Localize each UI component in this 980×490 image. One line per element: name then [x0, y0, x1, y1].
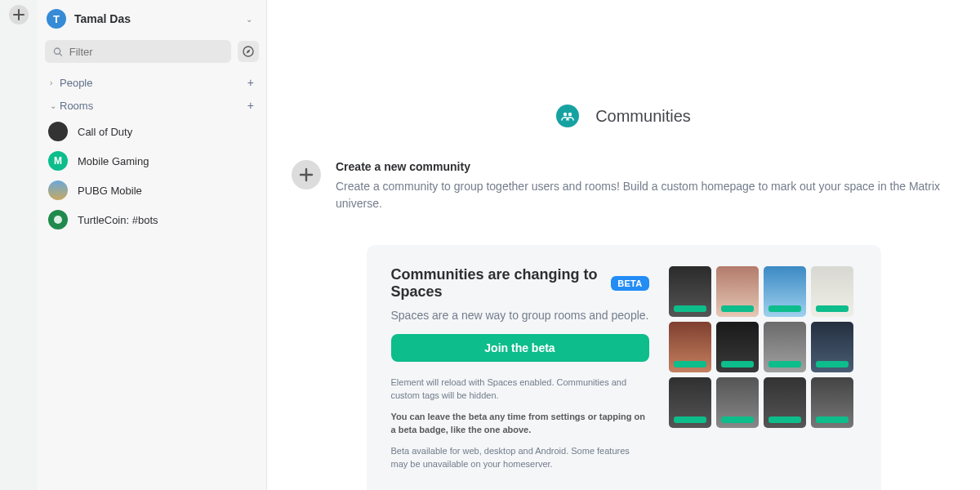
page-title: Communities [595, 107, 691, 126]
svg-point-2 [54, 216, 62, 224]
room-item[interactable]: Call of Duty [45, 117, 259, 146]
svg-point-4 [568, 113, 572, 116]
illustration-tile [669, 322, 711, 372]
illustration-tile [764, 377, 806, 428]
sidebar: T Tamal Das ⌄ › People + ⌄ Rooms + Call … [38, 0, 267, 490]
profile-name: Tamal Das [74, 12, 238, 25]
illustration-tile [811, 322, 853, 372]
svg-point-3 [564, 113, 567, 116]
create-space-button[interactable] [9, 5, 29, 24]
promo-note: You can leave the beta any time from set… [391, 411, 649, 437]
create-title: Create a new community [336, 160, 956, 173]
promo-text: Communities are changing to Spaces BETA … [391, 266, 649, 479]
search-icon [53, 47, 63, 57]
plus-icon [13, 9, 24, 20]
spaces-promo-card: Communities are changing to Spaces BETA … [367, 245, 881, 490]
chevron-right-icon: › [50, 78, 60, 87]
left-rail [0, 0, 38, 490]
illustration-tile [669, 377, 711, 428]
room-name: Mobile Gaming [78, 155, 149, 167]
illustration-tile [669, 266, 711, 317]
room-item[interactable]: TurtleCoin: #bots [45, 205, 259, 234]
create-desc: Create a community to group together use… [336, 178, 956, 212]
room-item[interactable]: M Mobile Gaming [45, 146, 259, 176]
group-icon [560, 109, 575, 123]
promo-note: Beta available for web, desktop and Andr… [391, 445, 649, 471]
room-avatar [48, 122, 68, 141]
create-community-button[interactable] [292, 160, 321, 189]
room-avatar: M [48, 151, 68, 171]
room-name: TurtleCoin: #bots [78, 214, 158, 226]
create-community-text: Create a new community Create a communit… [336, 160, 956, 212]
filter-input[interactable] [69, 46, 223, 58]
illustration-tile [716, 322, 759, 372]
promo-title: Communities are changing to Spaces [391, 266, 602, 301]
profile-menu[interactable]: T Tamal Das ⌄ [45, 6, 259, 35]
join-beta-button[interactable]: Join the beta [391, 334, 649, 362]
illustration-tile [811, 377, 853, 428]
create-community-row: Create a new community Create a communit… [292, 160, 956, 212]
room-avatar [48, 180, 68, 200]
room-name: PUBG Mobile [78, 185, 142, 197]
communities-icon [556, 105, 579, 127]
promo-subtitle: Spaces are a new way to group rooms and … [391, 309, 649, 322]
avatar: T [47, 9, 66, 29]
promo-illustration [669, 266, 857, 479]
compass-icon [243, 46, 254, 57]
chevron-down-icon: ⌄ [50, 101, 60, 110]
people-label: People [60, 77, 92, 89]
room-name: Call of Duty [78, 126, 132, 138]
illustration-tile [716, 377, 759, 428]
main-content: Communities Create a new community Creat… [267, 0, 980, 490]
chevron-down-icon: ⌄ [246, 15, 252, 24]
beta-badge[interactable]: BETA [611, 276, 648, 291]
room-item[interactable]: PUBG Mobile [45, 176, 259, 205]
people-section-header[interactable]: › People + [45, 71, 259, 94]
filter-row [45, 40, 259, 63]
illustration-tile [764, 266, 806, 317]
explore-button[interactable] [238, 41, 259, 62]
plus-icon [299, 167, 314, 182]
add-people-button[interactable]: + [247, 76, 254, 89]
illustration-tile [716, 266, 759, 317]
page-header: Communities [292, 105, 956, 127]
rooms-section-header[interactable]: ⌄ Rooms + [45, 94, 259, 117]
rooms-label: Rooms [60, 100, 93, 112]
filter-input-wrap[interactable] [45, 40, 231, 63]
room-avatar [48, 210, 68, 229]
turtle-icon [52, 214, 64, 225]
illustration-tile [811, 266, 853, 317]
illustration-tile [764, 322, 806, 372]
promo-note: Element will reload with Spaces enabled.… [391, 376, 649, 403]
add-room-button[interactable]: + [247, 99, 254, 112]
